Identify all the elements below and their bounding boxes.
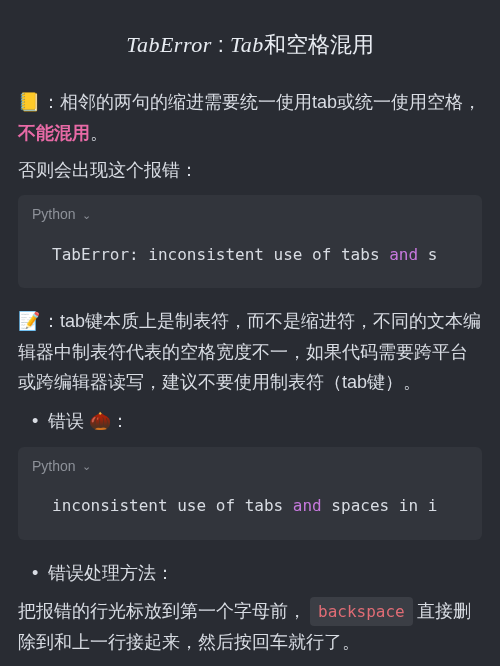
code1-pre: TabError: inconsistent use of tabs: [52, 245, 389, 264]
inline-code-backspace: backspace: [310, 597, 413, 626]
code2-post: spaces in i: [322, 496, 438, 515]
chevron-down-icon: ⌄: [82, 206, 91, 225]
bullet-list-2: 错误处理方法：: [26, 558, 482, 589]
p3-text: ：tab键本质上是制表符，而不是缩进符，不同的文本编辑器中制表符代表的空格宽度不…: [18, 311, 481, 392]
title-sep: :: [212, 32, 230, 57]
code-block-1: Python ⌄ TabError: inconsistent use of t…: [18, 195, 482, 288]
page-title: TabError : Tab和空格混用: [18, 26, 482, 63]
p1-post: 。: [90, 123, 108, 143]
code-lang-1: Python: [32, 203, 76, 227]
p4-pre: 把报错的行光标放到第一个字母前，: [18, 601, 306, 621]
p1-pre: ：相邻的两句的缩进需要统一使用tab或统一使用空格，: [42, 92, 481, 112]
code-header-1[interactable]: Python ⌄: [18, 195, 482, 231]
memo-icon: 📝: [18, 306, 40, 337]
code-body-1: TabError: inconsistent use of tabs and s: [18, 231, 482, 288]
title-italic-2: Tab: [230, 32, 264, 57]
title-italic-1: TabError: [126, 32, 212, 57]
bullet-list-1: 错误 🌰：: [26, 406, 482, 437]
note-paragraph-4: 把报错的行光标放到第一个字母前，backspace直接删除到和上一行接起来，然后…: [18, 596, 482, 657]
note-paragraph-3: 📝：tab键本质上是制表符，而不是缩进符，不同的文本编辑器中制表符代表的空格宽度…: [18, 306, 482, 398]
chevron-down-icon: ⌄: [82, 457, 91, 476]
code-block-2: Python ⌄ inconsistent use of tabs and sp…: [18, 447, 482, 540]
bullet-solution: 错误处理方法：: [26, 558, 482, 589]
code2-pre: inconsistent use of tabs: [52, 496, 293, 515]
bul1-post: ：: [111, 411, 129, 431]
title-tail: 和空格混用: [264, 32, 374, 57]
chestnut-icon: 🌰: [89, 411, 111, 431]
code-body-2: inconsistent use of tabs and spaces in i: [18, 482, 482, 539]
note-paragraph-1: 📒：相邻的两句的缩进需要统一使用tab或统一使用空格，不能混用。: [18, 87, 482, 148]
note-paragraph-2: 否则会出现这个报错：: [18, 155, 482, 186]
bul1-label: 错误: [48, 411, 89, 431]
code1-kw: and: [389, 245, 418, 264]
code-header-2[interactable]: Python ⌄: [18, 447, 482, 483]
bullet-error-example: 错误 🌰：: [26, 406, 482, 437]
p1-emphasis: 不能混用: [18, 123, 90, 143]
code2-kw: and: [293, 496, 322, 515]
code1-post: s: [418, 245, 437, 264]
notebook-icon: 📒: [18, 87, 40, 118]
code-lang-2: Python: [32, 455, 76, 479]
